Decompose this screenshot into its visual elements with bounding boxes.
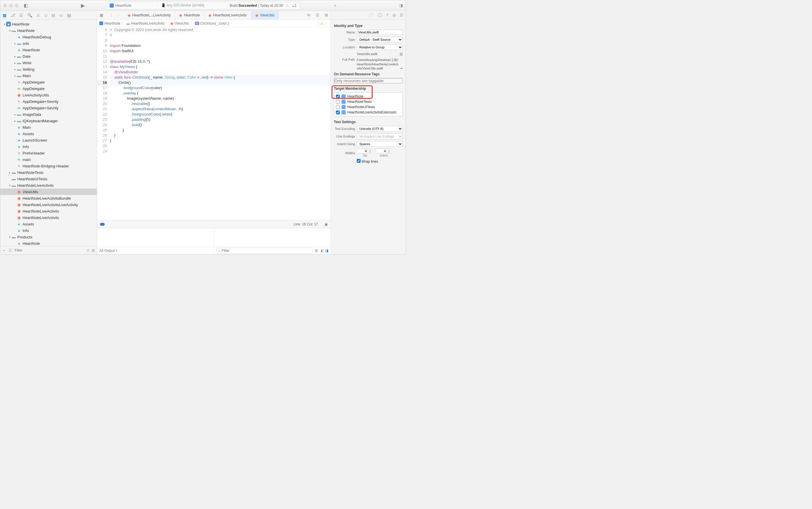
line-endings-select[interactable]: No Explicit Line Endings: [357, 133, 403, 139]
editor-options-icon[interactable]: ⇆: [304, 13, 313, 17]
tree-item[interactable]: ◆Info: [0, 227, 97, 234]
test-navigator-tab[interactable]: ◇: [44, 13, 47, 18]
code-editor[interactable]: 6789101112131415161718192021222324252627…: [97, 27, 331, 220]
add-tab-button[interactable]: ＋: [333, 3, 337, 8]
filter-scope-button[interactable]: ⊙: [8, 248, 13, 252]
related-items-button[interactable]: ▦: [97, 13, 106, 17]
attributes-inspector-tab[interactable]: ☰: [400, 13, 403, 17]
tree-item[interactable]: ◉HeartNoteLiveActivitsBundle: [0, 195, 97, 201]
accessibility-inspector-tab[interactable]: ◎: [392, 13, 396, 17]
debug-output-scope[interactable]: All Output: [99, 249, 115, 253]
indent-width-input[interactable]: [376, 149, 387, 153]
tree-item[interactable]: ▸▬HeartNoteTests: [0, 169, 97, 176]
tree-item[interactable]: hAppDelegate: [0, 79, 97, 85]
tree-item[interactable]: mmain: [0, 156, 97, 163]
recent-filter-icon[interactable]: ⊕: [86, 248, 90, 252]
console-view-toggle[interactable]: ◨: [325, 249, 328, 253]
file-name-input[interactable]: [357, 30, 403, 35]
tab-stepper[interactable]: ▴▾: [367, 149, 372, 153]
tree-item[interactable]: ▸▬Setting: [0, 66, 97, 72]
clear-console-button[interactable]: 🗑: [315, 249, 318, 253]
debug-navigator-tab[interactable]: ⊟: [51, 13, 55, 18]
tree-item[interactable]: ◆LaunchScreen: [0, 137, 97, 143]
file-inspector-tab[interactable]: 📄: [369, 13, 374, 17]
quick-help-tab[interactable]: ?: [386, 13, 388, 17]
tree-item[interactable]: ▸▬srbt: [0, 40, 97, 46]
choose-location-icon[interactable]: ▥: [399, 52, 403, 56]
tree-item[interactable]: ◉HeartNoteLiveActivits: [0, 208, 97, 214]
tree-item[interactable]: mAppDelegate: [0, 85, 97, 92]
project-navigator-tab[interactable]: ▦: [3, 13, 6, 18]
jumpbar-file[interactable]: ViewUtils: [174, 22, 189, 26]
tree-item[interactable]: ◆HeartNoteDebug: [0, 34, 97, 40]
navigator-filter-input[interactable]: [15, 248, 85, 252]
add-editor-icon[interactable]: ⊞: [322, 13, 331, 17]
canvas-toggle-icon[interactable]: ▣: [324, 222, 328, 226]
tree-item[interactable]: mAppDelegate+Sevrity: [0, 105, 97, 111]
tree-item[interactable]: ▸▬Date: [0, 53, 97, 60]
find-navigator-tab[interactable]: 🔍: [27, 13, 32, 18]
report-navigator-tab[interactable]: ▤: [67, 13, 71, 18]
jumpbar-back-icon[interactable]: 〈: [316, 21, 319, 26]
tree-item[interactable]: ◆HeartNote: [0, 240, 97, 246]
editor-tab[interactable]: ◉ViewUtils: [251, 11, 279, 19]
tree-item[interactable]: ▸▬ImageData: [0, 111, 97, 117]
library-button[interactable]: ◨: [399, 3, 403, 8]
indent-stepper[interactable]: ▴▾: [387, 149, 391, 153]
target-membership-row[interactable]: HeartNoteTests: [336, 99, 401, 104]
issue-navigator-tab[interactable]: ⚠︎: [36, 13, 40, 18]
text-encoding-select[interactable]: Unicode (UTF-8): [357, 126, 403, 132]
tree-item[interactable]: ▸▬Main: [0, 72, 97, 79]
variables-view-toggle[interactable]: ◧: [321, 249, 324, 253]
tree-item[interactable]: hPrefixHeader: [0, 150, 97, 156]
history-inspector-tab[interactable]: 🕘: [378, 13, 382, 17]
add-files-button[interactable]: ＋: [2, 248, 6, 253]
tree-item[interactable]: ▾▬HeartNote: [0, 27, 97, 34]
target-membership-row[interactable]: HeartNoteLiveActivitsExtension: [336, 110, 401, 115]
tree-item[interactable]: hHeartNote-Bridging-Header: [0, 163, 97, 169]
run-button[interactable]: ▶: [81, 2, 85, 9]
location-select[interactable]: Relative to Group: [357, 44, 403, 50]
tree-item[interactable]: ▸▬IQKeyboardManager: [0, 117, 97, 124]
minimize-window-button[interactable]: [9, 4, 12, 7]
jumpbar-symbol[interactable]: CirclrIcon(_:color:): [200, 22, 229, 26]
indent-using-select[interactable]: Spaces: [357, 141, 403, 147]
reveal-in-finder-icon[interactable]: ➜: [400, 66, 403, 70]
tree-item[interactable]: ◆Info: [0, 143, 97, 150]
zoom-window-button[interactable]: [15, 4, 19, 7]
jumpbar-group[interactable]: HeartNoteLiveActivits: [131, 22, 165, 26]
jumpbar-project[interactable]: HeartNote: [104, 22, 120, 26]
tree-item[interactable]: ▸▬Write: [0, 60, 97, 66]
tree-item[interactable]: ◉HeartNoteLiveActivitsLiveActivity: [0, 201, 97, 208]
tree-item[interactable]: ◆HeartNote: [0, 46, 97, 53]
tree-item[interactable]: hAppDelegate+Sevrity: [0, 98, 97, 105]
editor-tab[interactable]: ◉HeartNote: [175, 11, 204, 19]
project-tree[interactable]: ▾■HeartNote▾▬HeartNote◆HeartNoteDebug▸▬s…: [0, 20, 97, 246]
close-window-button[interactable]: [3, 4, 7, 7]
symbol-navigator-tab[interactable]: ☰: [19, 13, 23, 18]
scm-filter-icon[interactable]: ▣: [92, 248, 95, 252]
jumpbar-forward-icon[interactable]: 〉: [325, 21, 328, 26]
target-membership-row[interactable]: HeartNoteUITests: [336, 104, 401, 110]
tree-item[interactable]: ▾▬HeartNoteLiveActivits: [0, 182, 97, 189]
tree-item[interactable]: ◆Main: [0, 124, 97, 131]
editor-tab[interactable]: ◉HeartNoteL...LiveActivity: [123, 11, 175, 19]
tree-item[interactable]: ◉LiveActivityUtils: [0, 92, 97, 98]
sidebar-toggle-icon[interactable]: ◧: [24, 3, 28, 8]
tab-width-input[interactable]: [357, 149, 367, 153]
tree-item[interactable]: ▬HeartNoteUITests: [0, 176, 97, 182]
tree-item[interactable]: ▾■HeartNote: [0, 21, 97, 27]
tree-item[interactable]: ◆Assets: [0, 221, 97, 227]
console-filter-input[interactable]: [222, 249, 311, 253]
file-type-select[interactable]: Default - Swift Source: [357, 37, 403, 42]
activity-view[interactable]: HeartNote 〉 📱 Any iOS Device (arm64) Bui…: [106, 2, 300, 9]
source-control-navigator-tab[interactable]: ⎇: [10, 13, 15, 18]
tree-item[interactable]: ◉HeartNoteLiveActivits: [0, 214, 97, 221]
tree-item[interactable]: ▾▬Products: [0, 234, 97, 240]
adjust-editor-icon[interactable]: ☰: [313, 13, 322, 17]
tree-item[interactable]: ◆Assets: [0, 131, 97, 137]
jump-bar[interactable]: HeartNote 〉 ▬ HeartNoteLiveActivits 〉 ◉ …: [97, 20, 331, 27]
editor-tab[interactable]: ◉HeartNoteLiveActivits: [204, 11, 251, 19]
target-membership-row[interactable]: HeartNote: [336, 94, 401, 99]
nav-back-button[interactable]: 〈: [106, 12, 115, 18]
